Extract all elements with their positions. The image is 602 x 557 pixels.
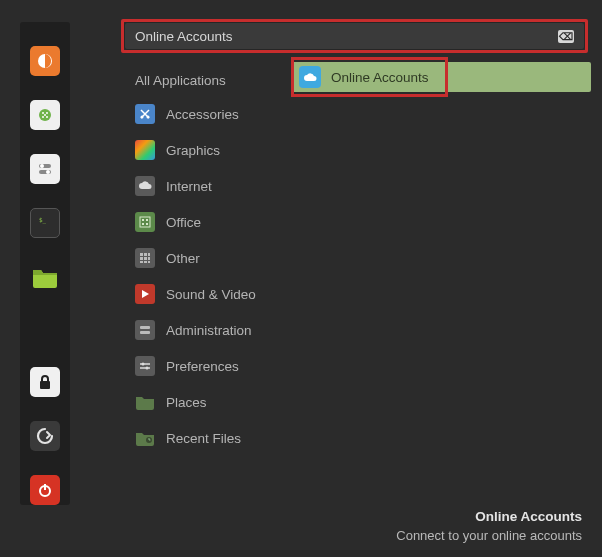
scissors-icon — [135, 104, 155, 124]
application-menu: ⌫ All Applications Accessories Graphics … — [119, 0, 602, 557]
terminal-icon[interactable]: $_ — [30, 208, 60, 238]
svg-point-36 — [142, 363, 145, 366]
search-field[interactable]: ⌫ — [124, 22, 585, 50]
svg-point-2 — [42, 112, 44, 114]
svg-point-6 — [44, 114, 46, 116]
svg-rect-24 — [144, 253, 147, 256]
category-label: Other — [166, 251, 200, 266]
svg-rect-30 — [144, 261, 147, 263]
category-places[interactable]: Places — [129, 384, 291, 420]
online-accounts-icon — [299, 66, 321, 88]
category-label: Places — [166, 395, 207, 410]
category-label: Administration — [166, 323, 252, 338]
app-description-footer: Online Accounts Connect to your online a… — [396, 509, 582, 543]
graphics-icon — [135, 140, 155, 160]
svg-rect-29 — [140, 261, 143, 263]
category-label: Graphics — [166, 143, 220, 158]
svg-point-17 — [147, 116, 150, 119]
result-online-accounts[interactable]: Online Accounts — [291, 62, 591, 92]
files-icon[interactable] — [30, 262, 60, 292]
clear-search-icon[interactable]: ⌫ — [558, 30, 574, 43]
svg-point-37 — [146, 367, 149, 370]
category-internet[interactable]: Internet — [129, 168, 291, 204]
category-label: Office — [166, 215, 201, 230]
svg-point-10 — [46, 170, 50, 174]
svg-rect-32 — [140, 326, 150, 329]
lock-icon[interactable] — [30, 367, 60, 397]
svg-rect-25 — [148, 253, 150, 256]
svg-rect-23 — [140, 253, 143, 256]
result-label: Online Accounts — [331, 70, 429, 85]
category-preferences[interactable]: Preferences — [129, 348, 291, 384]
svg-rect-18 — [140, 217, 150, 227]
category-sound-video[interactable]: Sound & Video — [129, 276, 291, 312]
svg-rect-21 — [146, 219, 148, 221]
category-other[interactable]: Other — [129, 240, 291, 276]
folder-recent-icon — [135, 428, 155, 448]
play-icon — [135, 284, 155, 304]
svg-rect-22 — [146, 223, 148, 225]
preferences-icon — [135, 356, 155, 376]
firefox-icon[interactable] — [30, 46, 60, 76]
category-label: Sound & Video — [166, 287, 256, 302]
search-highlight-box: ⌫ — [121, 19, 588, 53]
category-label: Preferences — [166, 359, 239, 374]
category-label: Accessories — [166, 107, 239, 122]
svg-point-4 — [42, 116, 44, 118]
category-list: All Applications Accessories Graphics In… — [129, 65, 291, 456]
footer-subtitle: Connect to your online accounts — [396, 528, 582, 543]
search-input[interactable] — [135, 29, 558, 44]
grid-icon — [135, 248, 155, 268]
footer-title: Online Accounts — [396, 509, 582, 524]
svg-rect-19 — [142, 219, 144, 221]
category-accessories[interactable]: Accessories — [129, 96, 291, 132]
svg-rect-27 — [144, 257, 147, 260]
apps-icon[interactable] — [30, 100, 60, 130]
folder-icon — [135, 392, 155, 412]
settings-toggle-icon[interactable] — [30, 154, 60, 184]
power-icon[interactable] — [30, 475, 60, 505]
category-recent-files[interactable]: Recent Files — [129, 420, 291, 456]
logout-icon[interactable] — [30, 421, 60, 451]
svg-point-16 — [141, 116, 144, 119]
cloud-icon — [135, 176, 155, 196]
category-graphics[interactable]: Graphics — [129, 132, 291, 168]
category-label: Internet — [166, 179, 212, 194]
office-icon — [135, 212, 155, 232]
svg-point-5 — [46, 116, 48, 118]
category-label: All Applications — [135, 73, 226, 88]
svg-rect-28 — [148, 257, 150, 260]
search-results: Online Accounts — [291, 62, 591, 92]
category-administration[interactable]: Administration — [129, 312, 291, 348]
svg-point-8 — [40, 164, 44, 168]
admin-icon — [135, 320, 155, 340]
svg-rect-31 — [148, 261, 150, 263]
category-all-applications[interactable]: All Applications — [129, 65, 291, 96]
svg-rect-15 — [44, 484, 46, 490]
svg-rect-13 — [40, 381, 50, 389]
svg-rect-26 — [140, 257, 143, 260]
svg-point-3 — [46, 112, 48, 114]
svg-rect-33 — [140, 331, 150, 334]
category-label: Recent Files — [166, 431, 241, 446]
launcher-panel: $_ — [20, 22, 70, 505]
category-office[interactable]: Office — [129, 204, 291, 240]
svg-rect-20 — [142, 223, 144, 225]
svg-text:$_: $_ — [39, 216, 47, 224]
